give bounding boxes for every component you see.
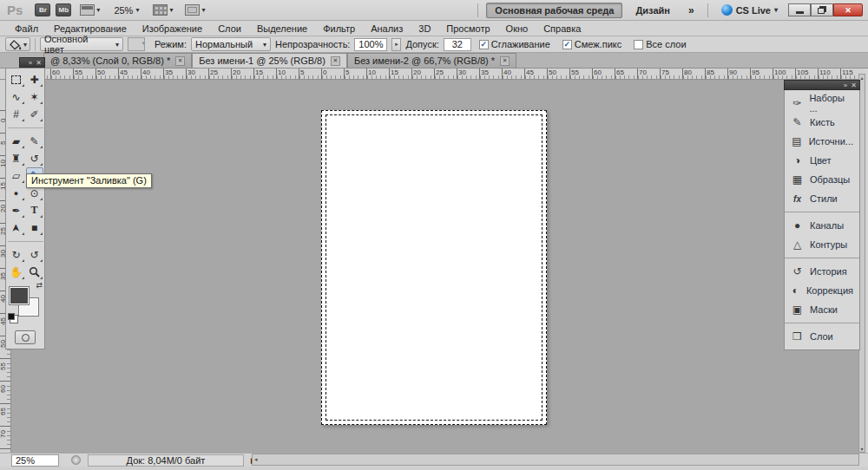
history-brush-tool[interactable]: ↺	[26, 150, 43, 166]
chevron-down-icon: ▾	[96, 6, 100, 14]
foreground-color-swatch[interactable]	[10, 287, 29, 304]
brush-tool[interactable]: ✎	[26, 133, 43, 149]
horizontal-scrollbar[interactable]: ◂	[252, 454, 859, 466]
healing-brush-tool[interactable]: ▰	[8, 133, 25, 149]
panel-button-label: Образцы	[810, 174, 850, 185]
status-zoom-field[interactable]: 25%	[11, 454, 59, 467]
collapse-panel-icon[interactable]: »	[29, 59, 32, 67]
menu-item-0[interactable]: Файл	[7, 23, 46, 35]
move-tool[interactable]: ✚	[26, 71, 43, 88]
orbit-3d-icon: ↺	[30, 249, 38, 261]
pen-tool[interactable]: ✒	[8, 202, 25, 219]
tab-close-icon[interactable]: ✕	[175, 56, 185, 66]
close-panel-icon[interactable]: ✕	[36, 59, 42, 67]
panel-button-коррекция[interactable]: ◐Коррекция	[785, 281, 859, 300]
magic-wand-tool[interactable]: ✶	[26, 88, 43, 105]
scroll-left-icon[interactable]: ◂	[254, 456, 258, 463]
document-tab-2[interactable]: Без имени-2 @ 66,7% (RGB/8) *✕	[347, 53, 516, 68]
scroll-up-icon[interactable]: ▴	[860, 75, 863, 81]
panel-button-каналы[interactable]: ●Каналы	[785, 216, 859, 235]
checkbox-checked-icon[interactable]: ✓	[562, 40, 572, 49]
blur-tool[interactable]: ●	[8, 185, 25, 201]
document-tab-0[interactable]: @ 8,33% (Слой 0, RGB/8) *✕	[43, 53, 192, 68]
checkbox-checked-icon[interactable]: ✓	[479, 40, 489, 49]
tab-close-icon[interactable]: ✕	[500, 56, 510, 66]
menu-item-7[interactable]: 3D	[411, 23, 438, 35]
opacity-field[interactable]: 100%	[354, 38, 387, 51]
checkbox-unchecked-icon[interactable]	[634, 40, 643, 49]
checkbox-1[interactable]: ✓Смеж.пикс	[562, 39, 621, 49]
minimize-button[interactable]	[788, 3, 811, 16]
ruler-tick	[231, 69, 232, 79]
zoom-tool[interactable]	[26, 264, 43, 280]
eraser-tool[interactable]: ▱	[8, 167, 25, 184]
workspace-design-button[interactable]: Дизайн	[628, 3, 677, 17]
opacity-label: Непрозрачность:	[275, 39, 350, 49]
bridge-icon[interactable]: Br	[35, 3, 50, 16]
mode-dropdown[interactable]: Нормальный ▾	[191, 37, 271, 51]
document-tab-1[interactable]: Без имени-1 @ 25% (RGB/8)✕	[192, 53, 347, 68]
workspace-primary-button[interactable]: Основная рабочая среда	[486, 3, 622, 18]
document-canvas[interactable]	[321, 110, 547, 425]
rectangle-tool[interactable]: ■	[26, 219, 43, 236]
clone-stamp-tool[interactable]: ♜	[8, 150, 25, 166]
ruler-tick	[366, 69, 367, 79]
rectangular-marquee-tool[interactable]	[8, 71, 25, 88]
orbit-3d-tool[interactable]: ↺	[26, 246, 43, 263]
opacity-slider-button[interactable]: ▸	[391, 38, 401, 51]
panel-button-наборы-[interactable]: ✑Наборы ...	[785, 94, 859, 113]
checkbox-0[interactable]: ✓Сглаживание	[479, 39, 550, 49]
menu-item-10[interactable]: Справка	[536, 23, 589, 35]
screen-mode-icon	[185, 4, 200, 16]
crop-tool[interactable]: #	[8, 106, 25, 122]
panel-button-история[interactable]: ↺История	[785, 262, 859, 281]
close-panel-icon[interactable]: ✕	[851, 82, 857, 89]
tab-close-icon[interactable]: ✕	[331, 56, 340, 66]
view-extras-button[interactable]: ▾	[76, 4, 103, 16]
checkbox-label: Все слои	[646, 39, 686, 49]
panel-button-кисть[interactable]: ✎Кисть	[785, 113, 859, 132]
close-button[interactable]: ✕	[833, 3, 863, 16]
tool-preset-picker[interactable]: ▾	[5, 37, 30, 51]
panel-button-источни-[interactable]: ▤Источни...	[785, 132, 859, 151]
panel-button-образцы[interactable]: ▦Образцы	[785, 170, 859, 189]
eyedropper-tool[interactable]: ✐	[26, 106, 43, 122]
canvas-area[interactable]	[11, 80, 858, 453]
zoom-level-control[interactable]: 25% ▾	[108, 5, 144, 16]
hand-tool[interactable]: ✋	[8, 264, 25, 280]
arrange-documents-button[interactable]: ▾	[149, 4, 176, 16]
tolerance-field[interactable]: 32	[444, 38, 471, 51]
scroll-down-icon[interactable]: ▾	[860, 446, 863, 452]
fill-source-dropdown[interactable]: Основной цвет ▾	[40, 37, 123, 51]
menu-item-2[interactable]: Изображение	[135, 23, 210, 35]
workspace-overflow-button[interactable]: »	[683, 4, 700, 16]
pattern-picker[interactable]	[128, 37, 145, 51]
horizontal-ruler[interactable]: 6055504540353025201510505101520253035404…	[11, 69, 862, 80]
panel-button-стили[interactable]: fxСтили	[785, 189, 859, 208]
menu-item-4[interactable]: Выделение	[249, 23, 315, 35]
panel-button-слои[interactable]: ❒Слои	[785, 327, 859, 346]
menu-item-6[interactable]: Анализ	[363, 23, 411, 35]
screen-mode-button[interactable]: ▾	[181, 4, 208, 16]
swap-colors-icon[interactable]: ⇄	[36, 281, 43, 290]
checkbox-2[interactable]: Все слои	[634, 39, 686, 49]
menu-item-1[interactable]: Редактирование	[46, 23, 135, 35]
menu-item-9[interactable]: Окно	[498, 23, 536, 35]
panel-button-маски[interactable]: ▣Маски	[785, 300, 859, 319]
rotate-3d-tool[interactable]: ↻	[8, 246, 25, 263]
default-colors-icon[interactable]	[8, 313, 15, 320]
quick-mask-button[interactable]	[15, 330, 36, 344]
cslive-button[interactable]: CS Live ▾	[716, 4, 783, 16]
panel-button-цвет[interactable]: ◑Цвет	[785, 151, 859, 170]
path-selection-tool[interactable]: ➤	[8, 219, 25, 236]
type-tool[interactable]: T	[26, 202, 43, 219]
mini-bridge-icon[interactable]: Mb	[56, 3, 71, 16]
panel-button-контуры[interactable]: △Контуры	[785, 235, 859, 254]
menu-item-8[interactable]: Просмотр	[438, 23, 497, 35]
restore-button[interactable]	[811, 3, 833, 16]
lasso-tool[interactable]: ∿	[8, 88, 25, 105]
collapse-panel-icon[interactable]: »	[844, 82, 847, 89]
ruler-label: 95	[752, 69, 760, 76]
menu-item-3[interactable]: Слои	[210, 23, 249, 35]
menu-item-5[interactable]: Фильтр	[315, 23, 363, 35]
